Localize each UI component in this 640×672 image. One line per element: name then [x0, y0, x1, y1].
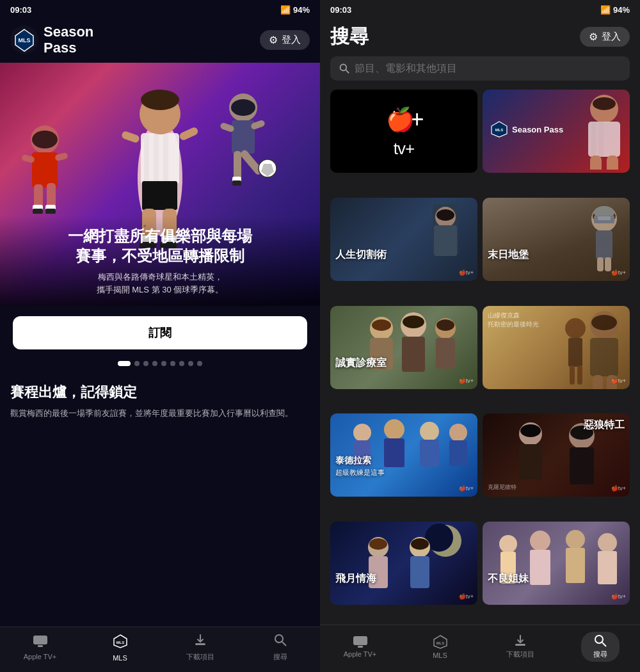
- svg-point-110: [411, 538, 429, 550]
- severance-badge: 🍎tv+: [459, 269, 474, 276]
- dot-1: [118, 361, 131, 366]
- villain-label: 惡狼特工: [584, 419, 625, 432]
- download-icon: [194, 634, 207, 650]
- svg-rect-123: [515, 644, 525, 646]
- svg-point-52: [593, 97, 616, 110]
- grid-item-mls-season-pass[interactable]: MLS Season Pass: [483, 90, 630, 173]
- svg-rect-117: [566, 548, 585, 583]
- search-bar[interactable]: [330, 56, 630, 81]
- svg-rect-115: [530, 550, 550, 585]
- svg-point-82: [591, 315, 617, 330]
- nav-item-appletv-right[interactable]: Apple TV+: [341, 636, 380, 658]
- svg-line-47: [346, 70, 349, 73]
- subscribe-button[interactable]: 訂閱: [13, 316, 307, 349]
- svg-text:MLS: MLS: [495, 128, 504, 132]
- svg-rect-6: [163, 133, 168, 184]
- svg-line-125: [602, 643, 606, 646]
- nav-label-appletv-right: Apple TV+: [344, 650, 376, 658]
- grid-item-last-days[interactable]: 山繆傑克森托勒密的最後時光 🍎tv+: [483, 306, 630, 389]
- nav-item-mls-right[interactable]: MLS MLS: [421, 635, 460, 659]
- svg-rect-121: [358, 646, 363, 648]
- svg-rect-77: [402, 337, 425, 372]
- download-icon-right: [514, 634, 527, 647]
- svg-point-107: [369, 538, 387, 550]
- bottom-section-desc: 觀賞梅西的最後一場季前友誼賽，並將年度最重要比賽加入行事曆以利查閱。: [10, 407, 310, 420]
- nav-item-download-right[interactable]: 下載項目: [501, 634, 540, 659]
- tv-icon: [33, 636, 47, 650]
- last-days-subtitle-text: 山繆傑克森托勒密的最後時光: [488, 311, 539, 329]
- svg-line-45: [282, 642, 286, 646]
- svg-rect-120: [353, 636, 367, 645]
- hero-text-overlay: 一網打盡所有俱樂部與每場賽事，不受地區轉播限制 梅西與各路傳奇球星和本土精英，攜…: [0, 216, 320, 306]
- svg-rect-26: [33, 209, 43, 214]
- dot-3: [143, 361, 148, 366]
- content-grid: tv+ 🍎 tv+ MLS Season Pass: [320, 90, 640, 625]
- svg-rect-41: [38, 645, 43, 647]
- svg-rect-27: [45, 209, 56, 214]
- svg-rect-68: [598, 216, 611, 220]
- nav-item-download-left[interactable]: 下載項目: [181, 634, 220, 662]
- svg-text:🍎: 🍎: [386, 106, 415, 133]
- ted-lasso-badge: 🍎tv+: [459, 485, 474, 492]
- login-button-left[interactable]: ⚙ 登入: [260, 30, 310, 50]
- nav-label-appletv: Apple TV+: [24, 653, 56, 660]
- nav-item-mls-left[interactable]: MLS MLS: [101, 634, 140, 662]
- fly-moon-label: 飛月情海: [335, 572, 376, 586]
- left-panel: 09:03 📶 94% MLS Season Pass ⚙ 登入: [0, 0, 320, 672]
- wifi-icon: 📶: [280, 5, 291, 15]
- bottom-nav-left: Apple TV+ MLS MLS 下載項目 搜尋: [0, 627, 320, 672]
- bad-sisters-label: 不良姐妹: [488, 572, 529, 586]
- svg-point-114: [530, 531, 550, 551]
- hero-area: ✦: [0, 63, 320, 307]
- dot-9: [197, 361, 202, 366]
- status-bar-left: 09:03 📶 94%: [0, 0, 320, 20]
- signal-right: 📶 94%: [600, 5, 630, 15]
- svg-rect-100: [519, 444, 542, 479]
- fly-moon-bg: 飛月情海 🍎tv+: [330, 522, 477, 605]
- grid-item-ted-lasso[interactable]: 泰德拉索超級教練是這事 🍎tv+: [330, 413, 477, 497]
- grid-item-bad-sisters[interactable]: 不良姐妹 🍎tv+: [483, 522, 630, 605]
- bottom-section-title: 賽程出爐，記得鎖定: [10, 383, 310, 402]
- grid-item-silo[interactable]: 末日地堡 🍎tv+: [483, 198, 630, 281]
- nav-label-mls: MLS: [113, 654, 127, 662]
- svg-rect-87: [568, 338, 582, 367]
- nav-label-search: 搜尋: [273, 652, 287, 662]
- login-button-right[interactable]: ⚙ 登入: [580, 27, 630, 47]
- search-nav-icon-left: [274, 634, 287, 650]
- svg-rect-56: [590, 156, 602, 170]
- grid-item-fly-moon[interactable]: 飛月情海 🍎tv+: [330, 522, 477, 605]
- svg-point-124: [595, 636, 603, 643]
- grid-item-villain[interactable]: 克羅尼彼特 惡狼特工 🍎tv+: [483, 413, 630, 497]
- svg-rect-71: [605, 257, 611, 271]
- svg-point-79: [436, 319, 454, 331]
- dot-7: [179, 361, 184, 366]
- svg-rect-84: [593, 375, 603, 389]
- grid-item-shrinking[interactable]: 誠實診療室 🍎tv+: [330, 306, 477, 389]
- severance-label: 人生切割術: [335, 248, 472, 262]
- grid-item-severance[interactable]: 人生切割術 🍎tv+: [330, 198, 477, 281]
- svg-rect-4: [144, 133, 149, 184]
- nav-item-search-right[interactable]: 搜尋: [581, 632, 620, 662]
- search-nav-icon-right: [594, 634, 607, 647]
- villain-bg: 克羅尼彼特 惡狼特工 🍎tv+: [483, 413, 630, 497]
- search-input[interactable]: [355, 63, 621, 74]
- svg-point-44: [275, 635, 283, 643]
- svg-point-92: [384, 419, 404, 440]
- villain-badge: 🍎tv+: [611, 485, 626, 492]
- dot-2: [134, 361, 140, 366]
- svg-text:MLS: MLS: [116, 640, 124, 644]
- appletv-text: tv+: [372, 139, 436, 159]
- grid-item-apple-tv[interactable]: tv+ 🍎 tv+: [330, 90, 477, 173]
- nav-item-search-left[interactable]: 搜尋: [261, 634, 300, 662]
- nav-label-download: 下載項目: [186, 652, 214, 662]
- nav-item-appletv-left[interactable]: Apple TV+: [21, 636, 60, 660]
- svg-point-112: [499, 535, 517, 553]
- svg-rect-36: [232, 180, 241, 186]
- svg-rect-83: [590, 338, 618, 376]
- gear-icon-right: ⚙: [589, 31, 598, 43]
- status-bar-right: 09:03 📶 94%: [320, 0, 640, 20]
- svg-rect-43: [195, 643, 205, 645]
- svg-rect-54: [591, 122, 596, 157]
- svg-text:MLS: MLS: [436, 641, 444, 644]
- svg-point-90: [353, 424, 371, 442]
